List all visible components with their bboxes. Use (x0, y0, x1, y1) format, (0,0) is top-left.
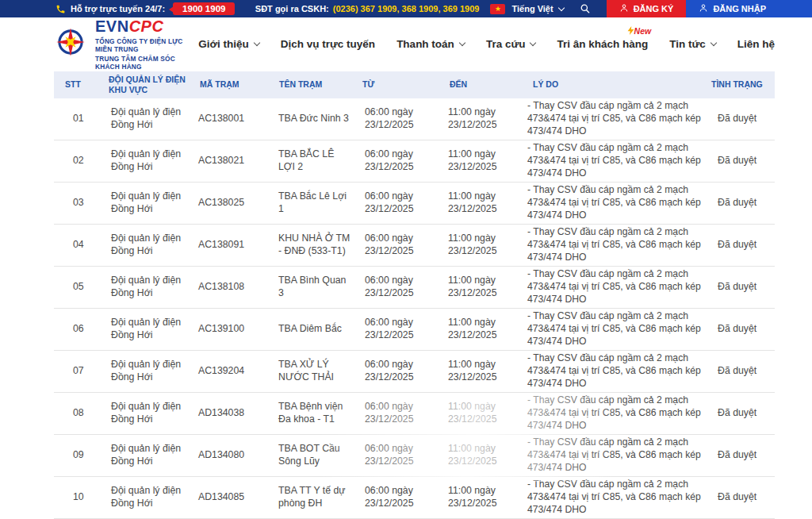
cell-from: 06:00 ngày 23/12/2025 (353, 106, 440, 132)
nav-label: Tra cứu (486, 38, 526, 50)
hotline-number-badge[interactable]: 1900 1909 (173, 2, 235, 15)
col-header-status: TÌNH TRẠNG (702, 79, 775, 90)
cell-team: Đội quản lý điện Đồng Hới (99, 275, 190, 300)
cell-station: TBA Đức Ninh 3 (270, 113, 353, 125)
cell-station: TBA Diêm Bắc (270, 323, 353, 336)
cell-team: Đội quản lý điện Đồng Hới (99, 317, 190, 342)
nav-lien-he[interactable]: Liên hệ (737, 38, 775, 50)
search-icon[interactable] (580, 3, 591, 14)
cell-status: Đã duyệt (702, 365, 775, 378)
cell-reason: - Thay CSV đầu cáp ngầm cả 2 mạch 473&47… (523, 100, 702, 138)
chevron-down-icon (557, 4, 564, 10)
cell-to: 11:00 ngày 23/12/2025 (440, 359, 523, 384)
login-button[interactable]: ĐĂNG NHẬP (686, 0, 812, 17)
cell-station: TBA Bắc Lê Lợi 1 (270, 190, 353, 216)
nav-thanh-toan[interactable]: Thanh toán (396, 38, 465, 50)
register-button[interactable]: ĐĂNG KÝ (607, 0, 687, 17)
chevron-down-icon (530, 39, 536, 45)
col-header-stt: STT (54, 79, 99, 90)
cell-stt: 09 (54, 449, 99, 462)
cell-to: 11:00 ngày 23/12/2025 (440, 401, 523, 426)
cell-status: Đã duyệt (702, 491, 775, 504)
cell-team: Đội quản lý điện Đồng Hới (99, 359, 190, 384)
table-row: 03 Đội quản lý điện Đồng Hới AC138025 TB… (54, 183, 775, 225)
cell-reason: - Thay CSV đầu cáp ngầm cả 2 mạch 473&47… (523, 268, 702, 306)
cell-to: 11:00 ngày 23/12/2025 (440, 148, 523, 174)
cell-from: 06:00 ngày 23/12/2025 (353, 148, 440, 174)
nav-label: Dịch vụ trực tuyến (281, 38, 375, 50)
nav-tin-tuc[interactable]: Tin tức (669, 38, 716, 50)
col-header-reason: LÝ DO (523, 79, 702, 90)
cell-status: Đã duyệt (702, 197, 775, 210)
nav-label: Tri ân khách hàng (557, 38, 648, 50)
cell-reason: - Thay CSV đầu cáp ngầm cả 2 mạch 473&47… (523, 184, 702, 222)
cell-status: Đã duyệt (702, 113, 775, 125)
language-label: Tiếng Việt (511, 4, 553, 13)
cell-station: TBA Bệnh viện Đa khoa - T1 (270, 401, 353, 426)
col-header-code: MÃ TRẠM (190, 79, 270, 90)
nav-gioi-thieu[interactable]: Giới thiệu (198, 38, 259, 50)
cell-stt: 07 (54, 365, 99, 378)
cell-stt: 06 (54, 323, 99, 336)
nav-label: Liên hệ (737, 38, 775, 50)
cell-code: AC138108 (190, 281, 270, 294)
chevron-down-icon (710, 39, 716, 45)
nav-tra-cuu[interactable]: Tra cứu (486, 38, 536, 50)
cell-from: 06:00 ngày 23/12/2025 (353, 359, 440, 384)
brand-text: EVNCPC TỔNG CÔNG TY ĐIỆN LỰC MIỀN TRUNG … (95, 17, 198, 71)
cell-code: AD134080 (190, 449, 270, 462)
table-row: 04 Đội quản lý điện Đồng Hới AC138091 KH… (54, 225, 775, 267)
evncpc-logo[interactable]: EVNCPC TỔNG CÔNG TY ĐIỆN LỰC MIỀN TRUNG … (52, 17, 198, 71)
cell-reason: - Thay CSV đầu cáp ngầm cả 2 mạch 473&47… (523, 479, 702, 517)
table-row: 10 Đội quản lý điện Đồng Hới AD134085 TB… (54, 477, 775, 519)
cskh-label: SĐT gọi ra CSKH: (255, 4, 329, 13)
new-badge: New (627, 26, 652, 36)
cell-stt: 04 (54, 239, 99, 252)
cell-code: AC138025 (190, 197, 270, 210)
nav-dich-vu-truc-tuyen[interactable]: Dịch vụ trực tuyến (281, 38, 375, 50)
cell-reason: - Thay CSV đầu cáp ngầm cả 2 mạch 473&47… (523, 310, 702, 348)
cell-reason: - Thay CSV đầu cáp ngầm cả 2 mạch 473&47… (523, 142, 702, 180)
cell-code: AC139204 (190, 365, 270, 378)
brand-evn: EVN (95, 17, 129, 35)
cell-status: Đã duyệt (702, 449, 775, 462)
cell-reason: - Thay CSV đầu cáp ngầm cả 2 mạch 473&47… (523, 436, 702, 475)
company-line2: TRUNG TÂM CHĂM SÓC KHÁCH HÀNG (95, 55, 198, 71)
cell-station: TBA XỬ LÝ NƯỚC THẢI (270, 359, 353, 384)
chevron-down-icon (254, 39, 260, 45)
user-icon (699, 3, 708, 14)
cell-from: 06:00 ngày 23/12/2025 (353, 275, 440, 300)
cell-team: Đội quản lý điện Đồng Hới (99, 485, 190, 510)
cell-from: 06:00 ngày 23/12/2025 (353, 443, 440, 468)
nav-label: Thanh toán (396, 38, 454, 50)
cell-stt: 01 (54, 113, 99, 125)
cell-from: 06:00 ngày 23/12/2025 (353, 190, 440, 216)
cell-station: TBA TT Y tế dự phòng ĐH (270, 485, 353, 510)
hotline-label: Hỗ trợ trực tuyến 24/7: (71, 4, 165, 13)
language-selector[interactable]: Tiếng Việt (511, 4, 563, 13)
cskh-numbers: (0236) 367 1909, 368 1909, 369 1909 (333, 4, 480, 13)
cell-to: 11:00 ngày 23/12/2025 (440, 317, 523, 342)
col-header-team: ĐỘI QUẢN LÝ ĐIỆN KHU VỰC (99, 75, 190, 95)
cell-to: 11:00 ngày 23/12/2025 (440, 190, 523, 216)
cell-to: 11:00 ngày 23/12/2025 (440, 275, 523, 300)
site-header: EVNCPC TỔNG CÔNG TY ĐIỆN LỰC MIỀN TRUNG … (0, 17, 812, 70)
col-header-station: TÊN TRẠM (270, 79, 353, 90)
cell-stt: 08 (54, 407, 99, 420)
table-row: 05 Đội quản lý điện Đồng Hới AC138108 TB… (54, 267, 775, 309)
cell-team: Đội quản lý điện Đồng Hới (99, 190, 190, 216)
nav-tri-an-khach-hang[interactable]: Tri ân khách hàng New (557, 38, 648, 50)
cell-from: 06:00 ngày 23/12/2025 (353, 233, 440, 258)
cell-stt: 05 (54, 281, 99, 294)
cell-reason: - Thay CSV đầu cáp ngầm cả 2 mạch 473&47… (523, 394, 702, 432)
nav-label: Giới thiệu (198, 38, 249, 50)
table-row: 01 Đội quản lý điện Đồng Hới AC138001 TB… (54, 98, 775, 140)
cell-to: 11:00 ngày 23/12/2025 (440, 443, 523, 468)
cell-team: Đội quản lý điện Đồng Hới (99, 106, 190, 132)
phone-icon (56, 4, 66, 14)
nav-label: Tin tức (669, 38, 706, 50)
evn-star-icon (52, 24, 89, 63)
cell-code: AC138021 (190, 155, 270, 167)
cell-to: 11:00 ngày 23/12/2025 (440, 485, 523, 510)
cell-stt: 03 (54, 197, 99, 210)
